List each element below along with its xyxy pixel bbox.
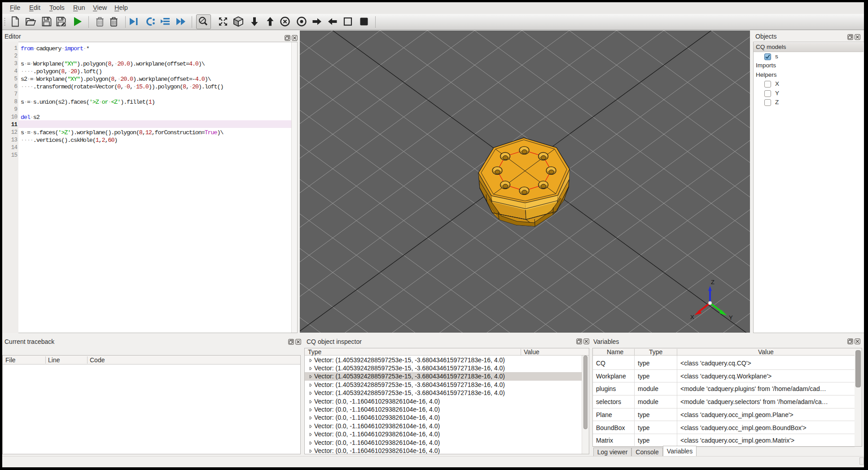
svg-text:Z: Z: [711, 279, 715, 286]
svg-text:X: X: [690, 314, 694, 321]
svg-text:Y: Y: [729, 314, 733, 321]
